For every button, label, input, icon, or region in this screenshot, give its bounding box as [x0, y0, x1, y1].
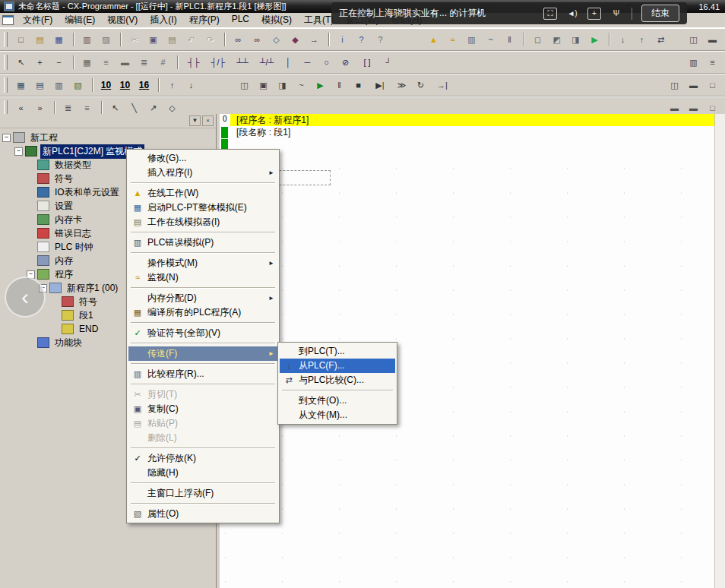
compare-with-plc-button[interactable]: ⇄: [652, 31, 670, 48]
find-bit-button[interactable]: ◆: [287, 31, 304, 48]
copy-button[interactable]: ▣: [144, 31, 162, 48]
floating-back-button[interactable]: ‹: [5, 277, 46, 318]
toolbar-gripper[interactable]: [4, 32, 8, 47]
save-button[interactable]: ▦: [50, 31, 68, 48]
submenu-from-plc[interactable]: ↓ 从PLC(F)...: [280, 359, 395, 373]
submenu-to-file[interactable]: 到文件(O)...: [280, 394, 395, 408]
new-or-open-contact-button[interactable]: ┴┴: [231, 54, 254, 71]
continuous-step-button[interactable]: ↻: [412, 77, 429, 93]
workspace-close-icon[interactable]: ×: [202, 115, 214, 126]
window-split-button[interactable]: ◫: [666, 77, 683, 93]
workspace-pin-icon[interactable]: ▼: [189, 115, 201, 126]
watch-window-button[interactable]: ◫: [236, 77, 253, 93]
new-open-contact-button[interactable]: ┤├: [182, 54, 205, 71]
step-run-button[interactable]: ▶|: [369, 77, 391, 93]
fullscreen-icon[interactable]: ⛶: [543, 8, 557, 20]
context-help-button[interactable]: ?: [372, 31, 389, 48]
work-online-button[interactable]: ▲: [425, 31, 442, 48]
view-mnemonic-button[interactable]: ▤: [31, 77, 49, 93]
menu-work-online-simulator[interactable]: ▤ 工作在线模拟器(I): [128, 215, 277, 229]
cut-button[interactable]: ✂: [125, 31, 143, 48]
address-reference-tool-button[interactable]: ▥: [685, 54, 702, 71]
new-or-closed-contact-button[interactable]: ┴/┴: [255, 54, 278, 71]
font-size-16-button[interactable]: 16: [135, 77, 153, 93]
new-horizontal-line-button[interactable]: ─: [299, 54, 316, 71]
menu-insert-program[interactable]: 插入程序(I) ►: [128, 166, 277, 180]
paste-button[interactable]: ▤: [163, 31, 181, 48]
redo-button[interactable]: ↷: [201, 31, 219, 48]
open-file-button[interactable]: ▤: [31, 31, 49, 48]
toolbar-gripper[interactable]: [4, 100, 8, 115]
step-over-button[interactable]: ≫: [393, 77, 410, 93]
scan-run-button[interactable]: →|: [431, 77, 454, 93]
menu-plc-error-simulation[interactable]: ▥ PLC错误模拟(P): [128, 236, 277, 250]
monitor-hex-button[interactable]: #: [154, 54, 172, 71]
transfer-from-plc-button[interactable]: ↑: [633, 31, 651, 48]
mdi-child-icon[interactable]: [2, 15, 14, 25]
find-button[interactable]: ∞: [230, 31, 247, 48]
zoom-in-button[interactable]: +: [31, 54, 49, 71]
tree-project-root[interactable]: − 新工程: [0, 131, 216, 144]
grid-size-10-button[interactable]: 10: [97, 77, 115, 93]
diff-monitor-button[interactable]: ▥: [463, 31, 480, 48]
new-instruction-button[interactable]: [ ]: [356, 54, 378, 71]
toggle-output-window-button[interactable]: ▬: [704, 31, 721, 48]
menu-operation-mode[interactable]: 操作模式(M) ►: [128, 256, 277, 270]
menu-properties[interactable]: ▧ 属性(O): [128, 507, 277, 521]
symbol-bar-button[interactable]: ▬: [116, 54, 134, 71]
new-window-icon[interactable]: +: [587, 8, 601, 20]
new-vertical-line-button[interactable]: │: [280, 54, 297, 71]
menu-cut[interactable]: ✂ 剪切(T): [128, 387, 277, 402]
menu-float-in-main-window[interactable]: 主窗口上浮动(F): [128, 486, 277, 501]
print-button[interactable]: ▥: [78, 31, 96, 48]
time-chart-monitor-button[interactable]: ~: [482, 31, 499, 48]
help-button[interactable]: ?: [353, 31, 370, 48]
toolbar-gripper[interactable]: [4, 77, 8, 93]
data-trace-button[interactable]: ◨: [274, 77, 291, 93]
pause-monitor-button[interactable]: ‖: [501, 31, 518, 48]
program-mode-button[interactable]: ◻: [529, 31, 546, 48]
expand-collapse-icon[interactable]: −: [14, 147, 23, 156]
submenu-compare-with-plc[interactable]: ⇄ 与PLC比较(C)...: [280, 373, 395, 387]
menu-program[interactable]: 程序(P): [183, 12, 226, 28]
about-button[interactable]: i: [334, 31, 351, 48]
menu-view[interactable]: 视图(V): [101, 12, 144, 28]
pause-simulator-button[interactable]: ‖: [331, 77, 348, 93]
menu-work-online[interactable]: ▲ 在线工作(W): [128, 186, 277, 201]
find-address-button[interactable]: ◇: [268, 31, 285, 48]
grid-size-10b-button[interactable]: 10: [116, 77, 134, 93]
grid-toggle-button[interactable]: ▦: [78, 54, 96, 71]
speaker-icon[interactable]: ◄): [566, 8, 578, 19]
menu-verify-symbols-all[interactable]: ✓ 验证符号(全部)(V): [128, 326, 277, 340]
goto-rung-button[interactable]: →: [306, 31, 323, 48]
zoom-out-button[interactable]: −: [50, 54, 68, 71]
view-ladder-button[interactable]: ▦: [12, 77, 30, 93]
new-closed-contact-button[interactable]: ┤/├: [207, 54, 230, 71]
menu-start-plc-pt-simulation[interactable]: ▦ 启动PLC-PT整体模拟(E): [128, 201, 277, 215]
move-rung-down-button[interactable]: ↓: [182, 77, 200, 93]
new-open-coil-button[interactable]: ○: [318, 54, 335, 71]
run-simulator-button[interactable]: ▶: [312, 77, 329, 93]
vertical-scrollbar[interactable]: [714, 114, 725, 588]
menu-modify[interactable]: 修改(G)...: [128, 151, 277, 166]
menu-delete[interactable]: 删除(L): [128, 431, 277, 445]
find-replace-button[interactable]: ∞: [249, 31, 266, 48]
menu-compare-program[interactable]: ▥ 比较程序(R)...: [128, 367, 277, 381]
debug-mode-button[interactable]: ◩: [548, 31, 565, 48]
menu-copy[interactable]: ▣ 复制(C): [128, 402, 277, 416]
transfer-to-plc-button[interactable]: ↓: [614, 31, 632, 48]
menu-plc[interactable]: PLC: [226, 12, 255, 28]
submenu-to-plc[interactable]: 到PLC(T)...: [280, 344, 395, 359]
print-preview-button[interactable]: ▨: [97, 31, 115, 48]
usb-device-icon[interactable]: Ψ: [610, 8, 622, 19]
window-arrange-button[interactable]: ▬: [685, 77, 702, 93]
menu-hide[interactable]: 隐藏(H): [128, 466, 277, 480]
menu-compile-all-plc-programs[interactable]: ▦ 编译所有的PLC程序(A): [128, 305, 277, 320]
time-chart-button[interactable]: ~: [293, 77, 310, 93]
menu-file[interactable]: 文件(F): [17, 12, 59, 28]
menu-insert[interactable]: 插入(I): [144, 12, 182, 28]
end-session-button[interactable]: 结束: [641, 5, 679, 22]
toolbar-gripper[interactable]: [4, 55, 8, 70]
run-mode-button[interactable]: ▶: [586, 31, 603, 48]
new-closed-coil-button[interactable]: ⊘: [337, 54, 354, 71]
